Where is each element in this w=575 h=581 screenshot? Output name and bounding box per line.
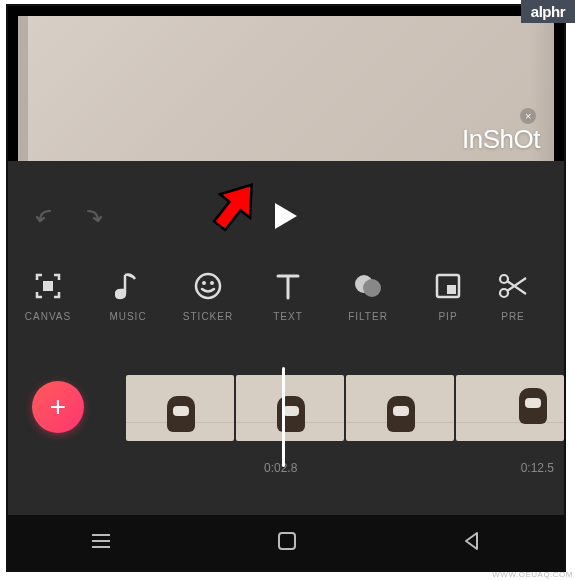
- redo-icon[interactable]: [80, 207, 102, 233]
- tool-label: PRE: [501, 311, 525, 322]
- watermark[interactable]: InShOt ×: [462, 124, 540, 155]
- canvas-icon: [33, 271, 63, 301]
- tool-pip[interactable]: PIP: [408, 271, 488, 351]
- svg-point-5: [363, 279, 381, 297]
- time-marker: 0:12.5: [521, 461, 554, 475]
- tool-sticker[interactable]: STICKER: [168, 271, 248, 351]
- svg-point-1: [196, 274, 220, 298]
- pip-icon: [433, 271, 463, 301]
- android-nav-bar: [8, 515, 564, 570]
- sticker-icon: [193, 271, 223, 301]
- time-marker: 0:02.8: [264, 461, 297, 475]
- watermark-text: InShOt: [462, 124, 540, 154]
- svg-point-2: [202, 281, 206, 285]
- text-icon: [273, 271, 303, 301]
- clip-thumbnail[interactable]: [456, 375, 564, 441]
- site-badge: alphr: [521, 0, 575, 23]
- play-icon[interactable]: [275, 203, 297, 229]
- close-icon[interactable]: ×: [520, 108, 536, 124]
- playhead[interactable]: [282, 367, 285, 467]
- back-icon[interactable]: [462, 531, 482, 555]
- svg-point-3: [210, 281, 214, 285]
- music-icon: [113, 271, 143, 301]
- editor-panel: CANVAS MUSIC STICKER TEXT: [8, 161, 564, 515]
- video-preview[interactable]: InShOt ×: [18, 16, 554, 161]
- tool-label: TEXT: [273, 311, 303, 322]
- svg-rect-0: [43, 281, 53, 291]
- scissors-icon: [498, 271, 528, 301]
- tool-label: STICKER: [183, 311, 233, 322]
- tool-precut[interactable]: PRE: [488, 271, 538, 351]
- tool-row[interactable]: CANVAS MUSIC STICKER TEXT: [8, 271, 564, 351]
- tool-label: FILTER: [348, 311, 388, 322]
- tool-filter[interactable]: FILTER: [328, 271, 408, 351]
- plus-icon: +: [50, 391, 66, 423]
- tool-music[interactable]: MUSIC: [88, 271, 168, 351]
- recent-apps-icon[interactable]: [90, 532, 112, 554]
- clip-thumbnail[interactable]: [346, 375, 454, 441]
- home-icon[interactable]: [276, 530, 298, 556]
- tool-label: PIP: [438, 311, 457, 322]
- filter-icon: [353, 271, 383, 301]
- tool-label: CANVAS: [25, 311, 71, 322]
- playback-row: [8, 201, 564, 241]
- pointer-arrow-icon: [208, 173, 258, 235]
- tool-text[interactable]: TEXT: [248, 271, 328, 351]
- clip-strip[interactable]: [126, 375, 564, 441]
- tool-label: MUSIC: [109, 311, 146, 322]
- time-ruler: 0:02.8 0:12.5: [8, 461, 564, 481]
- undo-icon[interactable]: [36, 207, 58, 233]
- app-frame: InShOt × CANVA: [6, 4, 566, 572]
- tool-canvas[interactable]: CANVAS: [8, 271, 88, 351]
- add-clip-button[interactable]: +: [32, 381, 84, 433]
- timeline[interactable]: +: [8, 371, 564, 446]
- svg-rect-7: [447, 285, 456, 294]
- svg-rect-13: [279, 533, 295, 549]
- clip-thumbnail[interactable]: [126, 375, 234, 441]
- clip-thumbnail[interactable]: [236, 375, 344, 441]
- source-watermark: WWW.OEUAQ.COM: [492, 570, 573, 579]
